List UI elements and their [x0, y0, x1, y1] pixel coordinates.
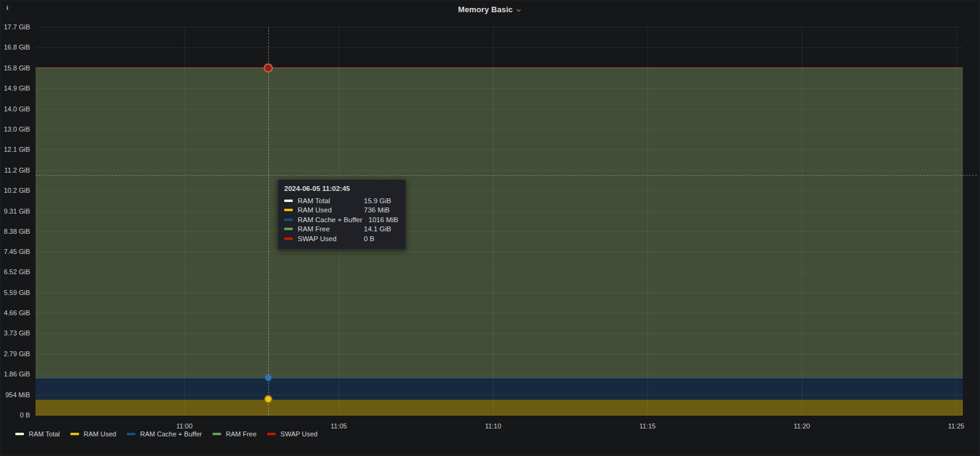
- legend-item-ram-used[interactable]: RAM Used: [70, 430, 116, 438]
- tooltip-series-label: RAM Cache + Buffer: [298, 216, 369, 223]
- tooltip-series-value: 14.1 GiB: [364, 225, 399, 233]
- chevron-down-icon: [516, 7, 522, 13]
- x-axis-tick-label: 11:05: [331, 422, 347, 430]
- legend-color-swatch: [213, 433, 221, 435]
- tooltip-row: RAM Used736 MiB: [284, 206, 399, 215]
- x-axis-tick-label: 11:00: [176, 422, 193, 430]
- y-axis-tick-label: 7.45 GiB: [1, 247, 30, 256]
- x-axis-tick-label: 11:25: [948, 422, 965, 430]
- y-axis-tick-label: 13.0 GiB: [1, 125, 30, 133]
- tooltip-series-label: RAM Free: [298, 225, 364, 233]
- y-axis-tick-label: 9.31 GiB: [1, 207, 30, 215]
- tooltip-row: RAM Cache + Buffer1016 MiB: [284, 215, 399, 225]
- y-axis-tick-label: 14.9 GiB: [1, 84, 30, 92]
- legend-item-swap-used[interactable]: SWAP Used: [267, 430, 318, 438]
- x-axis-tick-label: 11:15: [639, 422, 656, 430]
- tooltip-row: RAM Total15.9 GiB: [284, 196, 399, 206]
- legend-label: RAM Free: [226, 430, 257, 438]
- y-axis-tick-label: 8.38 GiB: [1, 227, 30, 236]
- y-axis-tick-label: 954 MiB: [1, 391, 30, 399]
- y-axis-tick-label: 4.66 GiB: [1, 308, 30, 317]
- legend-color-swatch: [267, 433, 276, 435]
- legend-label: RAM Cache + Buffer: [140, 430, 202, 438]
- tooltip-series-label: RAM Used: [298, 206, 364, 214]
- legend-color-swatch: [127, 433, 135, 435]
- series-color-swatch: [284, 209, 293, 211]
- tooltip-timestamp: 2024-06-05 11:02:45: [284, 185, 399, 192]
- legend-item-ram-cache-buffer[interactable]: RAM Cache + Buffer: [127, 430, 202, 438]
- legend-label: RAM Total: [29, 430, 60, 438]
- tooltip-series-value: 15.9 GiB: [364, 197, 399, 204]
- tooltip-row: SWAP Used0 B: [284, 234, 399, 244]
- tooltip-series-value: 736 MiB: [364, 206, 399, 214]
- legend-label: RAM Used: [84, 430, 116, 438]
- y-axis-tick-label: 12.1 GiB: [1, 145, 30, 154]
- tooltip-series-value: 1016 MiB: [369, 216, 404, 223]
- tooltip-series-label: RAM Total: [298, 197, 364, 204]
- tooltip-series-value: 0 B: [364, 235, 399, 242]
- legend-color-swatch: [70, 433, 79, 435]
- legend-color-swatch: [15, 433, 24, 435]
- panel-info-icon[interactable]: i: [4, 3, 10, 12]
- y-axis-tick-label: 6.52 GiB: [1, 267, 30, 276]
- y-axis-tick-label: 3.73 GiB: [1, 329, 30, 337]
- legend-item-ram-total[interactable]: RAM Total: [15, 430, 60, 438]
- gridline-horizontal: [36, 415, 963, 416]
- legend-label: SWAP Used: [281, 430, 318, 438]
- y-axis-tick-label: 14.0 GiB: [1, 105, 30, 113]
- plot-area[interactable]: [36, 27, 963, 415]
- memory-basic-panel: i Memory Basic 17.7 GiB16.8 GiB15.8 GiB1…: [0, 0, 980, 456]
- y-axis-tick-label: 15.8 GiB: [1, 64, 30, 72]
- tooltip-series-label: SWAP Used: [298, 235, 364, 242]
- y-axis-tick-label: 2.79 GiB: [1, 349, 30, 358]
- series-color-swatch: [284, 219, 293, 221]
- tooltip: 2024-06-05 11:02:45 RAM Total15.9 GiBRAM…: [277, 179, 406, 250]
- x-axis-tick-label: 11:20: [794, 422, 810, 430]
- y-axis-tick-label: 10.2 GiB: [1, 186, 30, 195]
- y-axis-tick-label: 1.86 GiB: [1, 370, 30, 378]
- series-color-swatch: [284, 200, 293, 202]
- panel-header: i Memory Basic: [1, 1, 979, 19]
- x-axis-tick-label: 11:10: [485, 422, 502, 430]
- panel-title-text: Memory Basic: [458, 5, 513, 14]
- legend-item-ram-free[interactable]: RAM Free: [213, 430, 257, 438]
- y-axis-tick-label: 16.8 GiB: [1, 43, 30, 51]
- y-axis-tick-label: 17.7 GiB: [1, 23, 30, 31]
- tooltip-row: RAM Free14.1 GiB: [284, 225, 399, 234]
- series-color-swatch: [284, 228, 293, 230]
- series-color-swatch: [284, 237, 293, 240]
- y-axis-tick-label: 5.59 GiB: [1, 288, 30, 297]
- y-axis-tick-label: 11.2 GiB: [1, 166, 30, 174]
- legend: RAM TotalRAM UsedRAM Cache + BufferRAM F…: [15, 430, 317, 438]
- panel-title-menu[interactable]: Memory Basic: [458, 5, 522, 14]
- y-axis-tick-label: 0 B: [1, 411, 30, 419]
